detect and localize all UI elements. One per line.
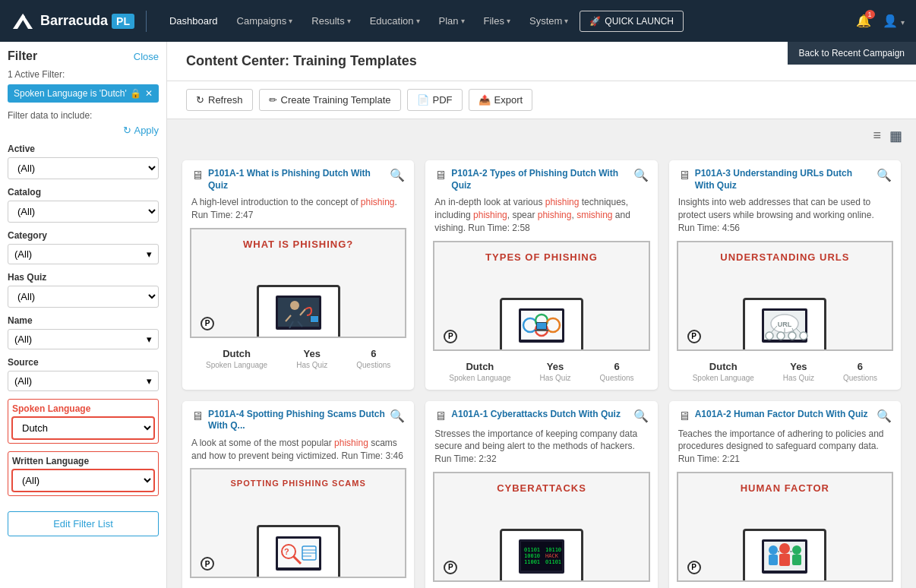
filter-tag-lock-icon[interactable]: 🔒: [130, 88, 141, 99]
nav-education[interactable]: Education ▾: [362, 9, 428, 33]
card-p101a-1: 🖥 P101A-1 What is Phishing Dutch With Qu…: [182, 160, 414, 390]
card-footer-4: Dutch Spoken Language Yes Has Quiz 6 Que…: [182, 582, 414, 588]
notification-badge: 1: [865, 10, 875, 19]
card-thumbnail-1: WHAT IS PHISHING?: [182, 228, 414, 342]
top-navigation: Barracuda PL Dashboard Campaigns ▾ Resul…: [0, 0, 916, 42]
card-a101a-1: 🖥 A101A-1 Cyberattacks Dutch With Quiz 🔍…: [425, 401, 657, 588]
filter-apply-button[interactable]: ↻ Apply: [123, 125, 159, 136]
zoom-icon-2[interactable]: 🔍: [633, 168, 649, 182]
card-a101a-2: 🖥 A101A-2 Human Factor Dutch With Quiz 🔍…: [669, 401, 901, 588]
monitor-visual-4: ?: [257, 525, 340, 578]
svg-text:11001: 11001: [524, 559, 540, 565]
spoken-language-filter-select[interactable]: Dutch (All): [12, 417, 154, 439]
svg-rect-55: [779, 554, 790, 566]
active-filter-select[interactable]: (All): [8, 157, 159, 179]
human-svg: [758, 538, 811, 580]
provider-icon-1: P: [201, 317, 214, 330]
zoom-icon-4[interactable]: 🔍: [390, 409, 405, 423]
card-title-6: A101A-2 Human Factor Dutch With Quiz: [695, 409, 868, 421]
filter-sidebar: Filter Close 1 Active Filter: Spoken Lan…: [0, 42, 167, 588]
card-footer-2: Dutch Spoken Language Yes Has Quiz 6 Que…: [425, 355, 657, 390]
card-desc-6: Teaches the importance of adhering to po…: [669, 428, 901, 472]
active-filter-count: 1 Active Filter:: [8, 69, 159, 80]
nav-menu: Dashboard Campaigns ▾ Results ▾ Educatio…: [162, 9, 856, 33]
back-to-recent-campaign[interactable]: Back to Recent Campaign: [788, 42, 916, 65]
refresh-icon: ↻: [123, 125, 131, 136]
svg-text:URL: URL: [778, 321, 792, 328]
create-training-template-button[interactable]: ✏ Create Training Template: [259, 89, 401, 111]
export-icon: 📤: [479, 94, 491, 106]
pdf-button[interactable]: 📄 PDF: [407, 89, 463, 111]
edit-filter-list-button[interactable]: Edit Filter List: [8, 511, 159, 536]
provider-icon-2: P: [444, 330, 457, 343]
card-thumbnail-2: TYPES OF PHISHING: [425, 241, 657, 355]
card-footer-1: Dutch Spoken Language Yes Has Quiz 6 Que…: [182, 342, 414, 377]
svg-text:10110: 10110: [545, 547, 561, 553]
pdf-icon: 📄: [417, 94, 429, 106]
card-thumbnail-3: UNDERSTANDING URLS URL: [669, 241, 901, 355]
content-toolbar: ↻ Refresh ✏ Create Training Template 📄 P…: [167, 81, 916, 119]
monitor-visual-2: [500, 298, 583, 351]
monitor-visual-6: [743, 529, 826, 582]
zoom-icon-3[interactable]: 🔍: [877, 168, 892, 182]
refresh-button[interactable]: ↻ Refresh: [186, 89, 253, 111]
nav-system[interactable]: System ▾: [522, 9, 576, 33]
filter-group-written-language: Written Language (All): [8, 451, 159, 496]
monitor-visual-3: URL: [743, 298, 826, 351]
list-view-button[interactable]: ≡: [870, 125, 883, 147]
card-thumbnail-4: SPOTTING PHISHING SCAMS ?: [182, 468, 414, 582]
source-dropdown-arrow: ▾: [147, 375, 152, 387]
card-thumbnail-6: HUMAN FACTOR: [669, 472, 901, 586]
card-title-3: P101A-3 Understanding URLs Dutch With Qu…: [695, 168, 873, 191]
filter-tag-remove-icon[interactable]: ✕: [145, 88, 153, 99]
filter-group-source: Source (All) ▾: [8, 357, 159, 391]
svg-text:01101: 01101: [524, 547, 540, 553]
zoom-icon-5[interactable]: 🔍: [633, 409, 649, 423]
card-desc-1: A high-level introduction to the concept…: [182, 196, 414, 228]
svg-rect-53: [769, 555, 778, 565]
nav-dashboard[interactable]: Dashboard: [162, 9, 226, 33]
zoom-icon-1[interactable]: 🔍: [390, 168, 405, 182]
svg-text:HACK: HACK: [545, 553, 559, 559]
campaigns-dropdown-arrow: ▾: [289, 17, 292, 25]
quick-launch-button[interactable]: 🚀 QUICK LAUNCH: [580, 11, 684, 32]
card-title-1: P101A-1 What is Phishing Dutch With Quiz: [208, 168, 386, 191]
nav-right-actions: 🔔 1 👤 ▾: [856, 14, 905, 28]
svg-point-56: [792, 545, 801, 555]
nav-files[interactable]: Files ▾: [476, 9, 518, 33]
catalog-filter-select[interactable]: (All): [8, 201, 159, 223]
svg-point-54: [779, 543, 790, 554]
filter-group-name: Name (All) ▾: [8, 315, 159, 349]
nav-plan[interactable]: Plan ▾: [431, 9, 472, 33]
results-dropdown-arrow: ▾: [347, 17, 351, 25]
card-title-2: P101A-2 Types of Phishing Dutch With Qui…: [451, 168, 629, 191]
content-area: Content Center: Training Templates ↻ Ref…: [167, 42, 916, 588]
written-language-filter-select[interactable]: (All): [12, 469, 154, 492]
name-filter-dropdown[interactable]: (All) ▾: [8, 329, 159, 349]
provider-icon-3: P: [687, 330, 701, 343]
types-svg: [515, 307, 568, 349]
card-p101a-3: 🖥 P101A-3 Understanding URLs Dutch With …: [669, 160, 901, 390]
hasquiz-filter-select[interactable]: (All): [8, 286, 159, 308]
provider-icon-4: P: [201, 557, 214, 571]
spotting-svg: ?: [272, 535, 325, 577]
filter-group-active: Active (All): [8, 144, 159, 179]
filter-close-button[interactable]: Close: [134, 51, 159, 62]
nav-campaigns[interactable]: Campaigns ▾: [229, 9, 301, 33]
nav-results[interactable]: Results ▾: [304, 9, 358, 33]
brand-name: Barracuda: [40, 13, 108, 29]
export-button[interactable]: 📤 Export: [469, 89, 533, 111]
zoom-icon-6[interactable]: 🔍: [877, 409, 892, 423]
svg-text:?: ?: [284, 547, 289, 556]
notifications-icon[interactable]: 🔔 1: [856, 14, 871, 28]
user-menu-icon[interactable]: 👤 ▾: [883, 14, 905, 28]
rocket-icon: 🚀: [589, 16, 601, 27]
filter-apply-row: ↻ Apply: [8, 125, 159, 136]
filter-group-spoken-language: Spoken Language Dutch (All): [8, 399, 159, 444]
monitor-icon-6: 🖥: [678, 409, 690, 423]
source-filter-dropdown[interactable]: (All) ▾: [8, 371, 159, 391]
grid-view-button[interactable]: ▦: [887, 125, 905, 147]
svg-rect-5: [291, 310, 300, 321]
monitor-visual-1: [257, 285, 340, 338]
category-filter-dropdown[interactable]: (All) ▾: [8, 244, 159, 264]
